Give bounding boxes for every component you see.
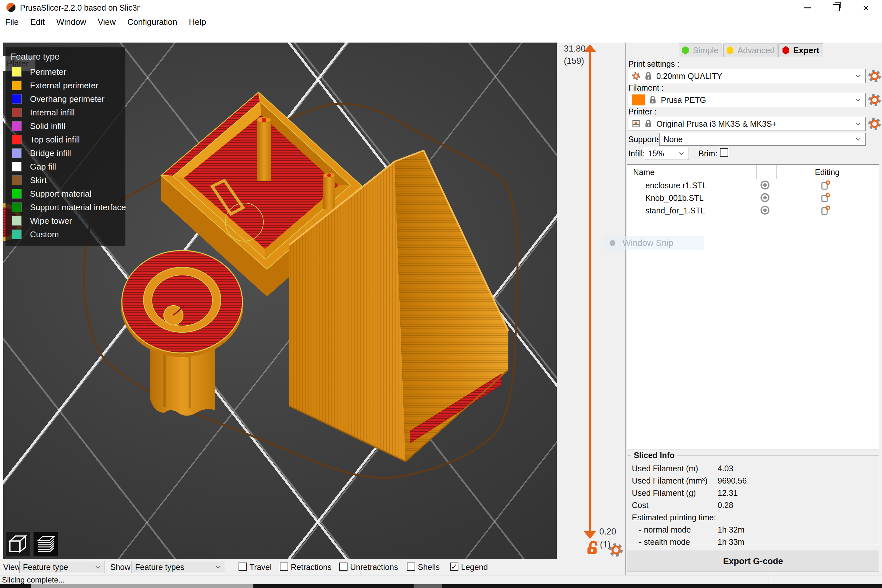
close-button[interactable]: ×: [851, 0, 881, 15]
object-name: Knob_001b.STL: [645, 194, 704, 203]
print-settings-label: Print settings :: [628, 59, 679, 69]
used-filament-mm3: Used Filament (mm³)9690.56: [632, 474, 879, 487]
edit-icon[interactable]: [821, 180, 830, 190]
menu-file[interactable]: File: [5, 17, 19, 27]
mode-simple-button[interactable]: Simple: [679, 44, 722, 57]
printer-gear-button[interactable]: [868, 117, 881, 130]
swatch-gap-fill: [12, 162, 22, 171]
cube-icon: [8, 534, 28, 554]
travel-checkbox[interactable]: [238, 562, 247, 571]
legend-label: Legend: [461, 562, 488, 572]
supports-label: Supports:: [628, 135, 663, 144]
estimated-time-header: Estimated printing time:: [632, 511, 879, 524]
object-name: enclosure r1.STL: [645, 181, 706, 190]
slider-gear-icon[interactable]: [609, 543, 623, 557]
swatch-solid-infill: [12, 121, 22, 131]
swatch-custom: [12, 230, 22, 239]
menu-help[interactable]: Help: [189, 17, 206, 27]
filament-color-swatch: [632, 94, 645, 105]
restore-button[interactable]: [821, 0, 851, 15]
expert-gem-icon: [782, 46, 789, 54]
legend-title: Feature type: [10, 52, 121, 62]
lock-icon: [644, 72, 652, 80]
object-name: stand_for_1.STL: [645, 206, 705, 215]
menu-configuration[interactable]: Configuration: [128, 17, 177, 27]
infill-value: 15%: [648, 149, 664, 158]
swatch-internal-infill: [12, 108, 22, 117]
mode-advanced-button[interactable]: Advanced: [723, 44, 778, 57]
right-panel: Simple Advanced Expert Print settings : …: [626, 42, 882, 575]
eye-icon[interactable]: [760, 180, 770, 190]
layer-slider-track[interactable]: [589, 51, 591, 532]
preview-sliced-view-button[interactable]: [33, 532, 58, 556]
slider-lower-handle[interactable]: [584, 531, 596, 539]
mode-expert-button[interactable]: Expert: [778, 44, 823, 57]
chevron-down-icon: [855, 73, 861, 79]
print-settings-combo[interactable]: 0.20mm QUALITY: [628, 69, 866, 83]
minimize-button[interactable]: [792, 0, 822, 15]
sliced-info-title: Sliced Info: [631, 451, 677, 460]
taskbar-edge: [0, 584, 882, 588]
brim-checkbox[interactable]: [720, 148, 728, 157]
legend-item: External perimeter: [10, 79, 121, 92]
legend-item: Solid infill: [10, 119, 121, 133]
view-combo[interactable]: Feature type: [20, 561, 105, 573]
object-row[interactable]: enclosure r1.STL: [627, 179, 879, 192]
infill-label: Infill:: [628, 149, 645, 158]
unretractions-label: Unretractions: [350, 562, 398, 572]
eye-icon[interactable]: [760, 206, 770, 215]
slider-max-height: 31.80: [564, 44, 586, 54]
slider-max-layer: (159): [564, 56, 584, 66]
layers-icon: [36, 534, 56, 554]
edit-icon[interactable]: [821, 206, 830, 215]
swatch-external-perimeter: [12, 81, 22, 90]
3d-viewport[interactable]: Feature type Perimeter External perimete…: [3, 42, 557, 559]
menu-view[interactable]: View: [98, 17, 116, 27]
slider-min-height: 0.20: [599, 527, 616, 537]
swatch-top-solid-infill: [12, 135, 22, 144]
filament-combo[interactable]: Prusa PETG: [628, 93, 866, 107]
prusaslicer-window: PrusaSlicer-2.2.0 based on Slic3r × File…: [0, 0, 882, 588]
simple-gem-icon: [682, 46, 689, 54]
swatch-overhang-perimeter: [12, 94, 22, 104]
view-label: View: [3, 562, 21, 572]
export-gcode-button[interactable]: Export G-code: [627, 550, 879, 572]
menu-edit[interactable]: Edit: [30, 17, 45, 27]
sliced-info-box: Sliced Info Used Filament (m)4.03 Used F…: [627, 456, 879, 545]
print-settings-gear-button[interactable]: [868, 70, 881, 82]
object-row[interactable]: stand_for_1.STL: [627, 204, 879, 217]
used-filament-g: Used Filament (g)12.31: [632, 487, 879, 499]
retractions-checkbox[interactable]: [280, 562, 288, 571]
edit-icon[interactable]: [821, 193, 830, 202]
normal-mode-time: - normal mode1h 32m: [632, 524, 879, 536]
slider-lock-icon[interactable]: [585, 541, 599, 555]
column-name: Name: [633, 168, 655, 177]
window-snip-ghost: Window Snip: [604, 236, 704, 250]
lock-icon: [644, 120, 652, 128]
unretractions-checkbox[interactable]: [339, 562, 348, 571]
snip-dot-icon: [610, 240, 615, 246]
object-row[interactable]: Knob_001b.STL: [627, 192, 879, 204]
tabbar: Plater Print Settings Filament Settings …: [0, 28, 882, 42]
legend-item: Custom: [10, 228, 121, 241]
eye-icon[interactable]: [760, 193, 770, 202]
infill-combo[interactable]: 15%: [644, 147, 689, 160]
show-combo[interactable]: Feature types: [132, 561, 225, 573]
titlebar: PrusaSlicer-2.2.0 based on Slic3r ×: [0, 0, 882, 15]
shells-label: Shells: [418, 562, 440, 572]
3d-editor-view-button[interactable]: [6, 532, 30, 556]
printer-combo[interactable]: Original Prusa i3 MK3S & MK3S+: [628, 117, 866, 131]
supports-combo[interactable]: None: [659, 133, 866, 146]
print-gear-icon: [632, 72, 640, 80]
travel-label: Travel: [249, 562, 272, 572]
legend-checkbox[interactable]: ✓: [450, 562, 458, 571]
close-icon: ×: [862, 2, 869, 13]
shells-checkbox[interactable]: [407, 562, 415, 571]
feature-type-legend: Feature type Perimeter External perimete…: [6, 47, 125, 246]
menu-window[interactable]: Window: [56, 17, 86, 27]
minimize-icon: [804, 8, 811, 8]
legend-item: Bridge infill: [10, 146, 121, 160]
filament-gear-button[interactable]: [868, 93, 881, 106]
legend-item: Perimeter: [10, 65, 121, 79]
window-title: PrusaSlicer-2.2.0 based on Slic3r: [20, 3, 140, 13]
